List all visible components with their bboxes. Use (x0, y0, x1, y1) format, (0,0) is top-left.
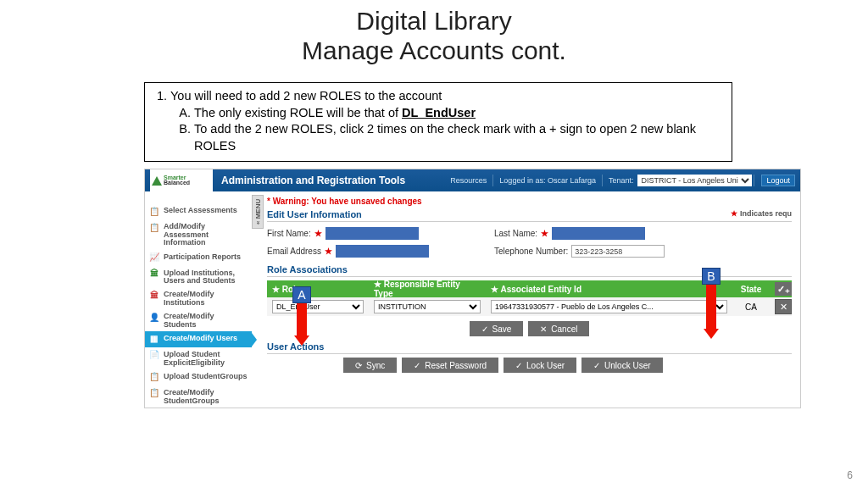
section-user-actions: User Actions (267, 341, 792, 354)
reset-password-button[interactable]: ✓Reset Password (402, 358, 498, 373)
sidebar-icon: 🏛 (148, 269, 159, 280)
logo: SmarterBalanced (150, 169, 213, 191)
sidebar-item[interactable]: 📄Upload Student ExplicitEligibility (145, 347, 252, 369)
sidebar-item[interactable]: 📋Upload StudentGroups (145, 369, 252, 385)
callout-b: B (702, 268, 721, 285)
first-name-label: First Name: (267, 229, 311, 238)
delete-role-button[interactable]: ✕ (775, 299, 792, 314)
phone-input[interactable] (571, 245, 665, 258)
header-title: Administration and Registration Tools (213, 175, 405, 186)
page-number: 6 (847, 469, 853, 481)
checkmark-plus-icon: ✓₊ (777, 284, 790, 295)
instructions-box: You will need to add 2 new ROLES to the … (144, 82, 732, 162)
section-edit-user: Edit User Information ★ Indicates requ (267, 209, 792, 222)
check-icon: ✓ (593, 361, 600, 370)
sidebar-icon: 📋 (148, 372, 159, 383)
slide-title: Digital Library Manage Accounts cont. (0, 0, 868, 65)
sidebar-label: Upload Institutions, Users and Students (164, 269, 248, 286)
sidebar-item[interactable]: 📋Create/Modify StudentGroups (145, 385, 252, 408)
add-role-button[interactable]: ✓₊ (775, 282, 792, 296)
sidebar-label: Create/Modify Institutions (164, 290, 248, 307)
email-input[interactable] (336, 245, 429, 258)
resources-link[interactable]: Resources (450, 176, 487, 185)
sidebar-icon: 📋 (148, 222, 159, 233)
instruction-1: You will need to add 2 new ROLES to the … (170, 88, 723, 154)
logout-button[interactable]: Logout (761, 175, 795, 186)
arrow-a (295, 303, 309, 346)
sidebar-icon: 📈 (148, 252, 159, 263)
sidebar-item[interactable]: 📋Add/Modify Assessment Information (145, 219, 252, 249)
sidebar-item[interactable]: 🏛Create/Modify Institutions (145, 287, 252, 309)
phone-label: Telephone Number: (494, 247, 568, 256)
entity-type-select[interactable]: INSTITUTION (374, 300, 481, 313)
check-icon: ✓ (414, 361, 420, 370)
save-button[interactable]: ✓Save (470, 321, 524, 336)
first-name-input[interactable] (326, 227, 419, 240)
x-icon: ✕ (540, 324, 547, 334)
sidebar-icon: 📄 (148, 350, 159, 361)
callout-a: A (292, 286, 311, 303)
role-select[interactable]: DL_EndUser (272, 300, 364, 313)
sidebar-icon: ▦ (148, 334, 159, 345)
state-cell: CA (732, 302, 770, 312)
sidebar-icon: 📋 (148, 388, 159, 399)
sidebar-label: Select Assessments (164, 206, 237, 214)
warning-text: * Warning: You have unsaved changes (267, 197, 792, 206)
email-label: Email Address (267, 247, 321, 256)
last-name-label: Last Name: (494, 229, 537, 238)
close-icon: ✕ (780, 302, 787, 313)
sidebar-label: Participation Reports (164, 252, 241, 261)
sidebar-label: Create/Modify Students (164, 312, 248, 329)
sidebar-label: Add/Modify Assessment Information (164, 222, 248, 247)
check-icon: ✓ (515, 361, 522, 370)
unlock-user-button[interactable]: ✓Unlock User (581, 358, 662, 373)
app-screenshot: SmarterBalanced Administration and Regis… (144, 169, 801, 408)
lock-user-button[interactable]: ✓Lock User (504, 358, 576, 373)
logo-icon (152, 176, 162, 186)
sidebar-item[interactable]: 🏛Upload Institutions, Users and Students (145, 266, 252, 288)
last-name-input[interactable] (552, 227, 645, 240)
sidebar-item[interactable]: 📋Select Assessments (145, 203, 252, 219)
sidebar-icon: 👤 (148, 312, 159, 323)
instruction-1b: To add the 2 new ROLES, click 2 times on… (194, 121, 723, 154)
sidebar: 📋Select Assessments📋Add/Modify Assessmen… (145, 191, 252, 408)
sidebar-item[interactable]: 👤Create/Modify Students (145, 309, 252, 331)
logged-in-text: Logged in as: Oscar Lafarga (499, 176, 596, 185)
arrow-b (704, 285, 718, 336)
menu-collapse-tab[interactable]: « MENU (252, 195, 264, 229)
sidebar-icon: 📋 (148, 206, 159, 217)
instruction-1a: The only existing ROLE will be that of D… (194, 105, 723, 122)
cancel-button[interactable]: ✕Cancel (528, 321, 589, 336)
tenant-select[interactable]: DISTRICT - Los Angeles Unified (637, 175, 752, 186)
sidebar-label: Upload Student ExplicitEligibility (164, 350, 248, 367)
sidebar-label: Create/Modify StudentGroups (164, 388, 248, 405)
entity-id-select[interactable]: 19647331930577 - Pueblo de Los Angeles C… (491, 300, 727, 313)
sidebar-item[interactable]: 📈Participation Reports (145, 250, 252, 266)
sidebar-label: Create/Modify Users (164, 334, 237, 342)
sidebar-label: Upload StudentGroups (164, 372, 248, 380)
check-icon: ✓ (481, 324, 488, 334)
sidebar-item[interactable]: ▦Create/Modify Users (145, 331, 252, 347)
sync-button[interactable]: ⟳Sync (343, 358, 397, 373)
tenant-label: Tenant: (609, 176, 634, 185)
app-header: SmarterBalanced Administration and Regis… (145, 169, 800, 191)
refresh-icon: ⟳ (355, 361, 362, 370)
sidebar-icon: 🏛 (148, 290, 159, 301)
